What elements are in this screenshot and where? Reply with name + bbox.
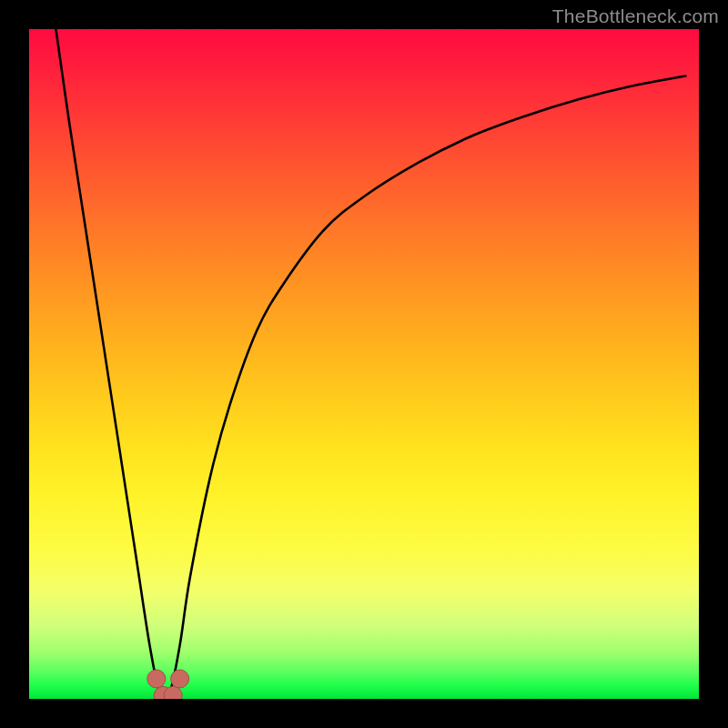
plot-area: [29, 29, 699, 699]
marker-right-shoulder: [171, 670, 189, 688]
chart-frame: TheBottleneck.com: [0, 0, 728, 728]
marker-left-shoulder: [147, 670, 166, 688]
curve-layer: [29, 29, 699, 699]
watermark-text: TheBottleneck.com: [552, 5, 719, 27]
bottleneck-curve: [56, 29, 685, 698]
valley-markers: [147, 670, 189, 699]
bottleneck-curve-path: [56, 29, 685, 698]
